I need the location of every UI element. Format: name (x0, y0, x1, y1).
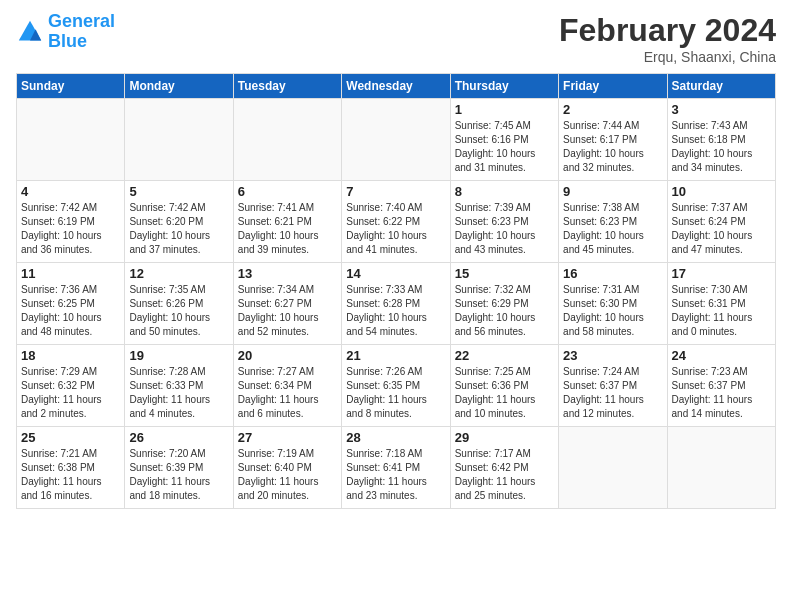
day-info: Sunrise: 7:42 AM Sunset: 6:20 PM Dayligh… (129, 201, 228, 257)
calendar-cell: 9Sunrise: 7:38 AM Sunset: 6:23 PM Daylig… (559, 181, 667, 263)
calendar-cell: 24Sunrise: 7:23 AM Sunset: 6:37 PM Dayli… (667, 345, 775, 427)
logo-text: General Blue (48, 12, 115, 52)
day-info: Sunrise: 7:21 AM Sunset: 6:38 PM Dayligh… (21, 447, 120, 503)
weekday-header-wednesday: Wednesday (342, 74, 450, 99)
day-info: Sunrise: 7:33 AM Sunset: 6:28 PM Dayligh… (346, 283, 445, 339)
calendar-cell: 28Sunrise: 7:18 AM Sunset: 6:41 PM Dayli… (342, 427, 450, 509)
calendar-cell: 13Sunrise: 7:34 AM Sunset: 6:27 PM Dayli… (233, 263, 341, 345)
day-info: Sunrise: 7:34 AM Sunset: 6:27 PM Dayligh… (238, 283, 337, 339)
header: General Blue February 2024 Erqu, Shaanxi… (16, 12, 776, 65)
day-info: Sunrise: 7:44 AM Sunset: 6:17 PM Dayligh… (563, 119, 662, 175)
calendar-cell (125, 99, 233, 181)
day-number: 17 (672, 266, 771, 281)
day-info: Sunrise: 7:27 AM Sunset: 6:34 PM Dayligh… (238, 365, 337, 421)
weekday-header-monday: Monday (125, 74, 233, 99)
day-number: 15 (455, 266, 554, 281)
day-number: 21 (346, 348, 445, 363)
day-info: Sunrise: 7:43 AM Sunset: 6:18 PM Dayligh… (672, 119, 771, 175)
calendar-cell: 4Sunrise: 7:42 AM Sunset: 6:19 PM Daylig… (17, 181, 125, 263)
day-number: 1 (455, 102, 554, 117)
day-info: Sunrise: 7:20 AM Sunset: 6:39 PM Dayligh… (129, 447, 228, 503)
calendar-cell: 10Sunrise: 7:37 AM Sunset: 6:24 PM Dayli… (667, 181, 775, 263)
day-info: Sunrise: 7:26 AM Sunset: 6:35 PM Dayligh… (346, 365, 445, 421)
page: General Blue February 2024 Erqu, Shaanxi… (0, 0, 792, 612)
day-info: Sunrise: 7:45 AM Sunset: 6:16 PM Dayligh… (455, 119, 554, 175)
calendar-cell: 25Sunrise: 7:21 AM Sunset: 6:38 PM Dayli… (17, 427, 125, 509)
day-info: Sunrise: 7:37 AM Sunset: 6:24 PM Dayligh… (672, 201, 771, 257)
day-info: Sunrise: 7:42 AM Sunset: 6:19 PM Dayligh… (21, 201, 120, 257)
day-info: Sunrise: 7:17 AM Sunset: 6:42 PM Dayligh… (455, 447, 554, 503)
day-number: 5 (129, 184, 228, 199)
day-info: Sunrise: 7:35 AM Sunset: 6:26 PM Dayligh… (129, 283, 228, 339)
day-number: 11 (21, 266, 120, 281)
day-number: 25 (21, 430, 120, 445)
day-number: 26 (129, 430, 228, 445)
calendar-cell: 12Sunrise: 7:35 AM Sunset: 6:26 PM Dayli… (125, 263, 233, 345)
day-info: Sunrise: 7:25 AM Sunset: 6:36 PM Dayligh… (455, 365, 554, 421)
calendar-cell: 26Sunrise: 7:20 AM Sunset: 6:39 PM Dayli… (125, 427, 233, 509)
day-number: 18 (21, 348, 120, 363)
day-number: 12 (129, 266, 228, 281)
day-info: Sunrise: 7:30 AM Sunset: 6:31 PM Dayligh… (672, 283, 771, 339)
calendar-cell: 17Sunrise: 7:30 AM Sunset: 6:31 PM Dayli… (667, 263, 775, 345)
day-info: Sunrise: 7:36 AM Sunset: 6:25 PM Dayligh… (21, 283, 120, 339)
calendar-cell: 21Sunrise: 7:26 AM Sunset: 6:35 PM Dayli… (342, 345, 450, 427)
calendar-cell: 6Sunrise: 7:41 AM Sunset: 6:21 PM Daylig… (233, 181, 341, 263)
calendar-cell: 8Sunrise: 7:39 AM Sunset: 6:23 PM Daylig… (450, 181, 558, 263)
logo-line1: General (48, 11, 115, 31)
logo: General Blue (16, 12, 115, 52)
day-number: 29 (455, 430, 554, 445)
weekday-header-sunday: Sunday (17, 74, 125, 99)
day-number: 2 (563, 102, 662, 117)
calendar-week-0: 1Sunrise: 7:45 AM Sunset: 6:16 PM Daylig… (17, 99, 776, 181)
day-info: Sunrise: 7:23 AM Sunset: 6:37 PM Dayligh… (672, 365, 771, 421)
calendar-cell: 15Sunrise: 7:32 AM Sunset: 6:29 PM Dayli… (450, 263, 558, 345)
calendar-header: SundayMondayTuesdayWednesdayThursdayFrid… (17, 74, 776, 99)
logo-icon (16, 18, 44, 46)
calendar-body: 1Sunrise: 7:45 AM Sunset: 6:16 PM Daylig… (17, 99, 776, 509)
weekday-row: SundayMondayTuesdayWednesdayThursdayFrid… (17, 74, 776, 99)
calendar-cell: 29Sunrise: 7:17 AM Sunset: 6:42 PM Dayli… (450, 427, 558, 509)
weekday-header-friday: Friday (559, 74, 667, 99)
calendar-cell (667, 427, 775, 509)
calendar-cell (559, 427, 667, 509)
weekday-header-thursday: Thursday (450, 74, 558, 99)
day-number: 13 (238, 266, 337, 281)
calendar-cell: 16Sunrise: 7:31 AM Sunset: 6:30 PM Dayli… (559, 263, 667, 345)
day-number: 27 (238, 430, 337, 445)
calendar-cell: 20Sunrise: 7:27 AM Sunset: 6:34 PM Dayli… (233, 345, 341, 427)
calendar-cell: 3Sunrise: 7:43 AM Sunset: 6:18 PM Daylig… (667, 99, 775, 181)
weekday-header-tuesday: Tuesday (233, 74, 341, 99)
day-info: Sunrise: 7:40 AM Sunset: 6:22 PM Dayligh… (346, 201, 445, 257)
day-info: Sunrise: 7:29 AM Sunset: 6:32 PM Dayligh… (21, 365, 120, 421)
calendar-cell: 18Sunrise: 7:29 AM Sunset: 6:32 PM Dayli… (17, 345, 125, 427)
day-number: 23 (563, 348, 662, 363)
day-info: Sunrise: 7:31 AM Sunset: 6:30 PM Dayligh… (563, 283, 662, 339)
day-info: Sunrise: 7:28 AM Sunset: 6:33 PM Dayligh… (129, 365, 228, 421)
location: Erqu, Shaanxi, China (559, 49, 776, 65)
day-number: 22 (455, 348, 554, 363)
day-number: 6 (238, 184, 337, 199)
calendar: SundayMondayTuesdayWednesdayThursdayFrid… (16, 73, 776, 509)
weekday-header-saturday: Saturday (667, 74, 775, 99)
calendar-cell: 27Sunrise: 7:19 AM Sunset: 6:40 PM Dayli… (233, 427, 341, 509)
day-number: 3 (672, 102, 771, 117)
logo-line2: Blue (48, 31, 87, 51)
day-info: Sunrise: 7:38 AM Sunset: 6:23 PM Dayligh… (563, 201, 662, 257)
day-number: 16 (563, 266, 662, 281)
day-info: Sunrise: 7:24 AM Sunset: 6:37 PM Dayligh… (563, 365, 662, 421)
calendar-cell: 14Sunrise: 7:33 AM Sunset: 6:28 PM Dayli… (342, 263, 450, 345)
title-block: February 2024 Erqu, Shaanxi, China (559, 12, 776, 65)
day-number: 4 (21, 184, 120, 199)
day-number: 9 (563, 184, 662, 199)
day-info: Sunrise: 7:39 AM Sunset: 6:23 PM Dayligh… (455, 201, 554, 257)
calendar-week-1: 4Sunrise: 7:42 AM Sunset: 6:19 PM Daylig… (17, 181, 776, 263)
day-number: 8 (455, 184, 554, 199)
calendar-cell: 11Sunrise: 7:36 AM Sunset: 6:25 PM Dayli… (17, 263, 125, 345)
calendar-cell: 7Sunrise: 7:40 AM Sunset: 6:22 PM Daylig… (342, 181, 450, 263)
day-info: Sunrise: 7:18 AM Sunset: 6:41 PM Dayligh… (346, 447, 445, 503)
calendar-cell: 22Sunrise: 7:25 AM Sunset: 6:36 PM Dayli… (450, 345, 558, 427)
day-number: 28 (346, 430, 445, 445)
day-info: Sunrise: 7:41 AM Sunset: 6:21 PM Dayligh… (238, 201, 337, 257)
day-number: 20 (238, 348, 337, 363)
